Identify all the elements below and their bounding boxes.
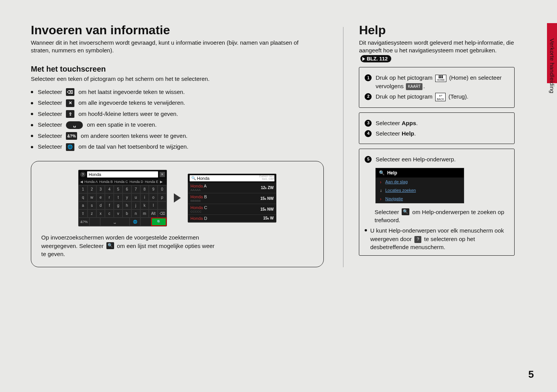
help-screenshot: 🔍Help Aan de slag Locaties zoeken Naviga… <box>375 168 464 203</box>
bullet-backspace: Selecteer ⌫ om het laatst ingevoerde tek… <box>31 87 328 98</box>
example-caption: Op invoerzoekschermen worden de voorgest… <box>41 233 313 258</box>
keyboard-key: h <box>123 201 131 209</box>
keyboard-key: r <box>105 193 114 201</box>
kaart-button: KAART <box>406 83 422 90</box>
intro-text: Wanneer dit in het invoerscherm wordt ge… <box>31 39 316 55</box>
shift-icon: ⇧ <box>66 110 74 118</box>
keyboard-key <box>158 201 167 209</box>
section-label: Verkorte handleiding <box>549 39 555 94</box>
keyboard-key: 7 <box>131 185 140 193</box>
home-icon: HOME <box>435 75 446 82</box>
symbols-key: &?% <box>79 218 89 226</box>
keyboard-key: c <box>105 209 114 218</box>
keyboard-key: ⇧ <box>79 209 88 218</box>
backspace-icon: ⌫ <box>66 88 74 96</box>
keyboard-key: l <box>149 201 158 209</box>
step-3: 3 Selecteer Apps. <box>365 119 509 127</box>
keyboard-key: Alt <box>149 209 158 218</box>
help-icon: ? <box>80 172 86 177</box>
results-screenshot: 🔍Honda Zoeken nabij Sw1, GBR Honda AAAAA… <box>188 174 276 223</box>
keyboard-key: 5 <box>114 185 123 193</box>
arrow-right-icon <box>174 193 181 203</box>
step-2: 2 Druk op het pictogram ↩BACK (Terug). <box>365 92 509 101</box>
bullet-clear: Selecteer ✕ om alle ingevoerde tekens te… <box>31 97 328 109</box>
help-search-note: Selecteer 🔍 om Help-onderwerpen te zoeke… <box>365 208 509 224</box>
keyboard-key: u <box>131 193 140 201</box>
steps-box-1: 1 Druk op het pictogram HOME (Home) en s… <box>359 67 515 108</box>
help-item: Aan de slag <box>376 178 464 186</box>
page-number: 5 <box>528 369 534 380</box>
keyboard-key: t <box>114 193 123 201</box>
globe-key: 🌐 <box>130 218 140 226</box>
bullet-shift: Selecteer ⇧ om hoofd-/kleine letters wee… <box>31 109 328 120</box>
keyboard-key: g <box>114 201 123 209</box>
search-near-label: Zoeken nabij Sw1, GBR <box>259 175 274 181</box>
step-1: 1 Druk op het pictogram HOME (Home) en s… <box>365 74 509 90</box>
keyboard-key: a <box>79 201 88 209</box>
search-key: 🔍 <box>151 218 167 226</box>
keyboard-key: ⌫ <box>158 209 167 218</box>
globe-icon: 🌐 <box>66 143 74 151</box>
bullet-space: Selecteer ␣ om een spatie in te voeren. <box>31 119 328 131</box>
search-icon: 🔍 <box>402 208 409 215</box>
keyboard-key: p <box>158 193 167 201</box>
keyboard-key: o <box>149 193 158 201</box>
empty-key-2 <box>140 218 151 226</box>
keyboard-key: n <box>131 209 140 218</box>
keyboard-key: i <box>140 193 149 201</box>
result-row: Honda AAAAAA12k ZW <box>188 183 276 193</box>
bullet-symbols: Selecteer &?% om andere soorten tekens w… <box>31 131 328 142</box>
keyboard-key: q <box>79 193 88 201</box>
clear-icon: ✕ <box>66 99 74 107</box>
keyboard-key: e <box>96 193 105 201</box>
result-row: Honda CCCCCC15k NW <box>188 204 276 215</box>
back-icon: ↩BACK <box>435 93 446 101</box>
search-input-sample: Honda <box>87 171 158 178</box>
steps-box-2: 3 Selecteer Apps. 4 Selecteer Help. <box>359 112 515 144</box>
keyboard-key: 8 <box>140 185 149 193</box>
search-icon: 🔍 <box>379 170 385 176</box>
space-icon: ␣ <box>66 121 83 129</box>
keyboard-key: y <box>123 193 131 201</box>
space-key: ␣ <box>100 218 130 226</box>
keyboard-key: 1 <box>79 185 88 193</box>
bullet-globe: Selecteer 🌐 om de taal van het toetsenbo… <box>31 141 328 152</box>
keyboard-key: k <box>140 201 149 209</box>
empty-key <box>89 218 100 226</box>
result-row: Honda D15k W <box>188 215 276 222</box>
keyboard-key: d <box>96 201 105 209</box>
keyboard-key: x <box>96 209 105 218</box>
help-intro: Dit navigatiesysteem wordt geleverd met … <box>359 39 515 62</box>
help-item: Navigatie <box>376 194 464 203</box>
keyboard-key: 6 <box>123 185 131 193</box>
keyboard-key: j <box>131 201 140 209</box>
clear-icon: ✕ <box>160 172 165 177</box>
keyboard-key: 9 <box>149 185 158 193</box>
heading-help: Help <box>359 23 515 37</box>
result-row: Honda BBBBBB15k NW <box>188 193 276 204</box>
step-4: 4 Selecteer Help. <box>365 129 509 137</box>
help-item: Locaties zoeken <box>376 186 464 194</box>
keyboard-key: 2 <box>88 185 96 193</box>
keyboard-key: 0 <box>158 185 167 193</box>
search-icon: 🔍 <box>106 242 114 249</box>
symbols-icon: &?% <box>66 132 77 140</box>
search-example-box: ? Honda ✕ ◀ Honda A Honda B Honda C Hond… <box>31 161 324 267</box>
keyboard-key: z <box>88 209 96 218</box>
help-bullet: U kunt Help-onderwerpen voor elk menusch… <box>365 226 509 251</box>
subheading-touchscreen: Met het touchscreen <box>31 65 328 74</box>
keyboard-key: b <box>123 209 131 218</box>
sub-intro-text: Selecteer een teken of pictogram op het … <box>31 75 328 83</box>
keyboard-screenshot: ? Honda ✕ ◀ Honda A Honda B Honda C Hond… <box>78 170 167 226</box>
keyboard-key: v <box>114 209 123 218</box>
keyboard-key: m <box>140 209 149 218</box>
keyboard-key: f <box>105 201 114 209</box>
keyboard-key: 4 <box>105 185 114 193</box>
page-ref-pill: BLZ. 112 <box>360 55 391 63</box>
step-5: 5 Selecteer een Help-onderwerp. <box>365 155 509 163</box>
keyboard-key: s <box>88 201 96 209</box>
heading-invoeren: Invoeren van informatie <box>31 23 328 37</box>
keyboard-key: 3 <box>96 185 105 193</box>
keyboard-key: w <box>88 193 96 201</box>
touchscreen-bullets: Selecteer ⌫ om het laatst ingevoerde tek… <box>31 87 328 152</box>
